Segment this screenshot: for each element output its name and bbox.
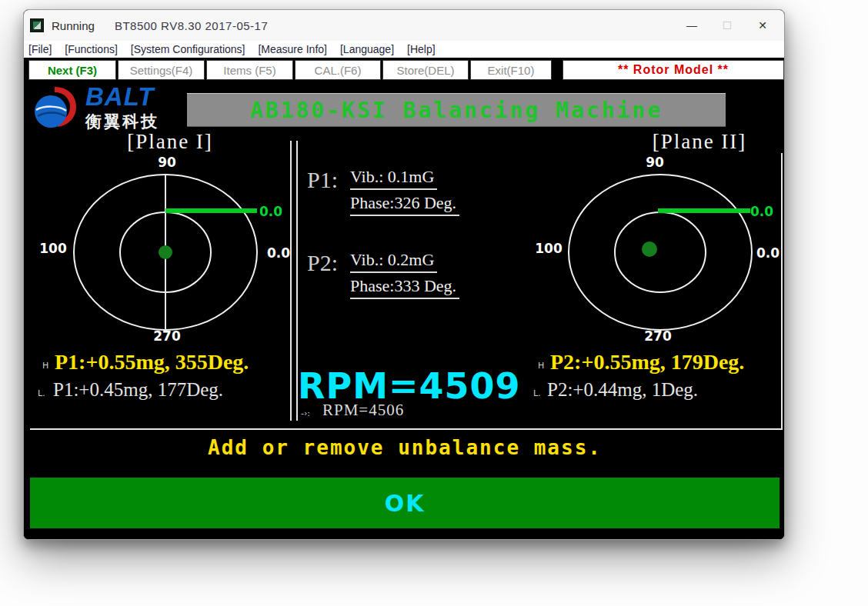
plane2-tick-90: 90: [639, 155, 670, 170]
plane2-needle-value: 0.0: [750, 204, 773, 219]
close-button[interactable]: ✕: [755, 19, 770, 32]
brand-chinese-name: 衡翼科技: [85, 111, 159, 132]
title-bar: Running BT8500 RV8.30 2017-05-17 — ☐ ✕: [24, 10, 784, 41]
minimize-button[interactable]: —: [684, 19, 699, 32]
p2-phase-reading: Phase:333 Deg.: [350, 276, 459, 299]
window-controls: — ☐ ✕: [684, 19, 778, 32]
plane2-inner-circle: [615, 212, 706, 292]
plane1-tick-90: 90: [152, 155, 182, 170]
window-version: BT8500 RV8.30 2017-05-17: [115, 19, 268, 32]
status-separator-line: [30, 428, 783, 430]
p2-vib-reading: Vib.: 0.2mG: [350, 250, 437, 273]
maximize-button[interactable]: ☐: [719, 19, 735, 32]
next-button[interactable]: Next (F3): [28, 60, 116, 80]
store-button[interactable]: Store(DEL): [382, 60, 469, 80]
menu-bar: [File] [Functions] [System Configuration…: [24, 41, 784, 59]
p1-label: P1:: [307, 167, 338, 193]
plane1-high-prefix: H: [42, 361, 48, 371]
exit-button[interactable]: Exit(F10): [470, 60, 552, 80]
toolbar: Next (F3) Settings(F4) Items (F5) CAL.(F…: [24, 59, 784, 81]
menu-language[interactable]: [Language]: [340, 43, 394, 55]
items-button[interactable]: Items (F5): [206, 60, 293, 80]
p2-label: P2:: [307, 250, 338, 276]
plane2-high-value: P2:+0.55mg, 179Deg.: [550, 350, 744, 375]
window-title: Running: [52, 19, 95, 32]
plane1-low-prefix: L.: [38, 388, 45, 398]
ok-button-label: OK: [385, 490, 426, 517]
plane2-center-dot: [642, 241, 657, 257]
plane1-tick-270: 270: [145, 328, 189, 344]
menu-file[interactable]: [File]: [28, 43, 52, 55]
logo-blue-globe: [35, 95, 67, 128]
ok-button[interactable]: OK: [30, 478, 780, 528]
plane2-tick-100: 100: [530, 241, 567, 256]
machine-title: AB180-KSI Balancing Machine: [250, 98, 663, 123]
brand-text: BALT 衡翼科技: [85, 85, 159, 132]
status-message: Add or remove unbalance mass.: [24, 436, 785, 459]
cal-button[interactable]: CAL.(F6): [295, 60, 381, 80]
rotor-model-label: ** Rotor Model **: [563, 60, 784, 80]
plane1-low-value: P1:+0.45mg, 177Deg.: [53, 379, 223, 401]
settings-button[interactable]: Settings(F4): [118, 60, 205, 80]
menu-system-configurations[interactable]: [System Configurations]: [131, 43, 245, 55]
divider-line-left: [290, 141, 292, 421]
plane2-low-value: P2:+0.44mg, 1Deg.: [547, 379, 698, 401]
plane1-high-value: P1:+0.55mg, 355Deg.: [55, 350, 249, 375]
plane2-tick-0: 0.0: [750, 245, 785, 261]
brand-name: BALT: [85, 85, 159, 108]
plane2-tick-270: 270: [636, 328, 679, 344]
balt-logo-icon: [32, 85, 79, 133]
plane2-title: [Plane II]: [584, 130, 785, 154]
menu-measure-info[interactable]: [Measure Info]: [258, 43, 327, 55]
p1-vib-reading: Vib.: 0.1mG: [350, 167, 437, 190]
rpm-secondary-value: RPM=4506: [322, 401, 404, 420]
desktop-background: Running BT8500 RV8.30 2017-05-17 — ☐ ✕ […: [0, 0, 868, 606]
plane1-tick-100: 100: [35, 241, 72, 256]
brand-block: BALT 衡翼科技: [32, 85, 159, 133]
main-display: BALT 衡翼科技 AB180-KSI Balancing Machine [P…: [24, 81, 784, 540]
plane1-title: [Plane I]: [55, 130, 285, 154]
menu-functions[interactable]: [Functions]: [65, 43, 117, 55]
menu-help[interactable]: [Help]: [407, 43, 436, 55]
p1-phase-reading: Phase:326 Deg.: [350, 193, 459, 216]
app-window: Running BT8500 RV8.30 2017-05-17 — ☐ ✕ […: [23, 9, 785, 540]
machine-title-bar: AB180-KSI Balancing Machine: [187, 93, 726, 127]
plane2-low-prefix: L.: [533, 388, 541, 398]
app-icon: [30, 18, 44, 32]
plane1-center-dot: [159, 245, 172, 259]
plane2-outer-circle: [569, 175, 752, 330]
plane1-needle-value: 0.0: [259, 204, 282, 219]
plane2-high-prefix: H: [538, 361, 544, 371]
rpm-secondary-prefix-icon: -›:: [301, 408, 310, 418]
